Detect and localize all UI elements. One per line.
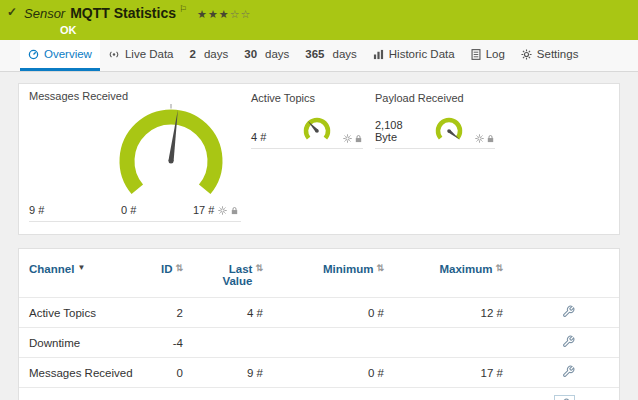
tab-label: Historic Data — [389, 48, 455, 60]
wrench-icon[interactable] — [562, 335, 575, 348]
tab-log[interactable]: Log — [463, 40, 513, 71]
cell-actions — [503, 358, 619, 388]
tab-label: Settings — [537, 48, 579, 60]
column-label: ID — [161, 263, 173, 275]
mini-gear-icon[interactable] — [343, 134, 352, 143]
table-row[interactable]: Messages Received 0 9 # 0 # 17 # — [19, 358, 619, 388]
cell-channel[interactable]: Downtime — [19, 328, 149, 358]
gauge-title: Active Topics — [251, 92, 363, 104]
gauge-dial — [427, 116, 471, 144]
tab-label: Live Data — [125, 48, 174, 60]
tab-label: days — [333, 48, 357, 60]
stars-filled: ★★★ — [197, 8, 230, 20]
gauge-current-value: 4 # — [251, 131, 291, 144]
tab-label: days — [265, 48, 289, 60]
lock-icon[interactable] — [486, 134, 495, 143]
gauge-dial — [295, 116, 339, 144]
tab-label-number: 30 — [244, 48, 257, 60]
wrench-icon[interactable] — [562, 305, 575, 318]
tab-365-days[interactable]: 365days — [297, 40, 364, 71]
column-header-last-value[interactable]: Last Value⇅ — [183, 253, 263, 298]
lock-icon[interactable] — [230, 206, 239, 215]
column-label: Minimum — [323, 263, 373, 275]
stars-empty: ☆☆ — [230, 8, 252, 20]
gauge-dial — [29, 103, 241, 201]
channel-table: Channel▼ ID⇅ Last Value⇅ Minimum⇅ Maximu… — [19, 253, 619, 400]
mini-gear-icon[interactable] — [475, 134, 484, 143]
tab-live-data[interactable]: Live Data — [100, 40, 182, 71]
cell-actions — [503, 298, 619, 328]
tab-30-days[interactable]: 30days — [236, 40, 297, 71]
cell-channel[interactable]: Payload Received — [19, 388, 149, 400]
column-label: Channel — [29, 263, 74, 275]
tab-2-days[interactable]: 2days — [182, 40, 237, 71]
column-label: Maximum — [439, 263, 492, 275]
sort-icon: ⇅ — [175, 263, 183, 273]
column-header-actions — [503, 253, 619, 298]
gauge-title: Payload Received — [375, 92, 495, 104]
cell-id: -4 — [149, 328, 183, 358]
cell-actions — [503, 388, 619, 400]
cell-minimum: 0 # — [263, 358, 384, 388]
tab-label: Overview — [44, 48, 92, 60]
column-label: Last Value — [216, 263, 252, 287]
column-header-channel[interactable]: Channel▼ — [19, 253, 149, 298]
cell-id: 2 — [149, 298, 183, 328]
tab-historic-data[interactable]: Historic Data — [365, 40, 463, 71]
table-row[interactable]: Active Topics 2 4 # 0 # 12 # — [19, 298, 619, 328]
sort-icon: ⇅ — [376, 263, 384, 273]
sensor-header: ✓ SensorMQTT Statistics⚐★★★☆☆ OK — [0, 0, 638, 40]
cell-last-value: 4 # — [183, 298, 263, 328]
prtg-sensor-page: ✓ SensorMQTT Statistics⚐★★★☆☆ OK Overvie… — [0, 0, 638, 400]
gauge-value-row: 2,108 Byte — [375, 106, 495, 149]
gauge-current-value: 9 # — [29, 204, 44, 216]
live-data-icon — [108, 49, 120, 60]
gauge-value-row: 4 # — [251, 106, 363, 149]
table-row[interactable]: Payload Received 1 2,108 Byte 0 Byte 2,1… — [19, 388, 619, 400]
cell-id: 1 — [149, 388, 183, 400]
tab-overview[interactable]: Overview — [20, 40, 100, 71]
gauge-messages-received: Messages Received 9 # 0 # 17 # — [29, 90, 241, 228]
sort-icon: ⇅ — [255, 263, 263, 273]
gauge-actions — [343, 134, 363, 144]
column-header-minimum[interactable]: Minimum⇅ — [263, 253, 384, 298]
cell-channel[interactable]: Active Topics — [19, 298, 149, 328]
priority-stars[interactable]: ★★★☆☆ — [197, 8, 251, 20]
column-header-maximum[interactable]: Maximum⇅ — [384, 253, 503, 298]
wrench-icon[interactable] — [554, 395, 575, 400]
cell-channel[interactable]: Messages Received — [19, 358, 149, 388]
lock-icon[interactable] — [354, 134, 363, 143]
log-document-icon — [471, 49, 481, 60]
cell-id: 0 — [149, 358, 183, 388]
flag-icon[interactable]: ⚐ — [179, 4, 187, 14]
gauge-scale-max: 17 # — [193, 204, 214, 216]
status-check-icon: ✓ — [7, 5, 17, 19]
tab-settings[interactable]: Settings — [513, 40, 587, 71]
tab-bar: Overview Live Data 2days 30days 365days … — [0, 40, 638, 72]
cell-actions — [503, 328, 619, 358]
tab-label: days — [204, 48, 228, 60]
gauge-title: Messages Received — [29, 90, 241, 102]
sort-icon: ⇅ — [495, 263, 503, 273]
table-header-row: Channel▼ ID⇅ Last Value⇅ Minimum⇅ Maximu… — [19, 253, 619, 298]
cell-minimum — [263, 328, 384, 358]
gauge-scale-row: 9 # 0 # 17 # — [29, 203, 241, 222]
column-header-id[interactable]: ID⇅ — [149, 253, 183, 298]
cell-minimum: 0 Byte — [263, 388, 384, 400]
cell-last-value: 9 # — [183, 358, 263, 388]
wrench-icon[interactable] — [562, 365, 575, 378]
gauge-actions — [475, 134, 495, 144]
sensor-title-row: SensorMQTT Statistics⚐★★★☆☆ — [24, 4, 251, 22]
gauge-scale-min: 0 # — [121, 204, 136, 216]
mini-gear-icon[interactable] — [218, 206, 227, 215]
gauge-current-value: 2,108 Byte — [375, 119, 423, 144]
cell-maximum: 2,120 Byte — [384, 388, 503, 400]
tab-label-number: 365 — [305, 48, 324, 60]
tab-label-number: 2 — [190, 48, 196, 60]
sort-desc-icon: ▼ — [77, 263, 85, 272]
overview-content: Messages Received 9 # 0 # 17 # — [0, 72, 638, 400]
cell-last-value: 2,108 Byte — [183, 388, 263, 400]
cell-maximum — [384, 328, 503, 358]
table-row[interactable]: Downtime -4 — [19, 328, 619, 358]
gauge-payload-received: Payload Received 2,108 Byte — [375, 92, 495, 149]
